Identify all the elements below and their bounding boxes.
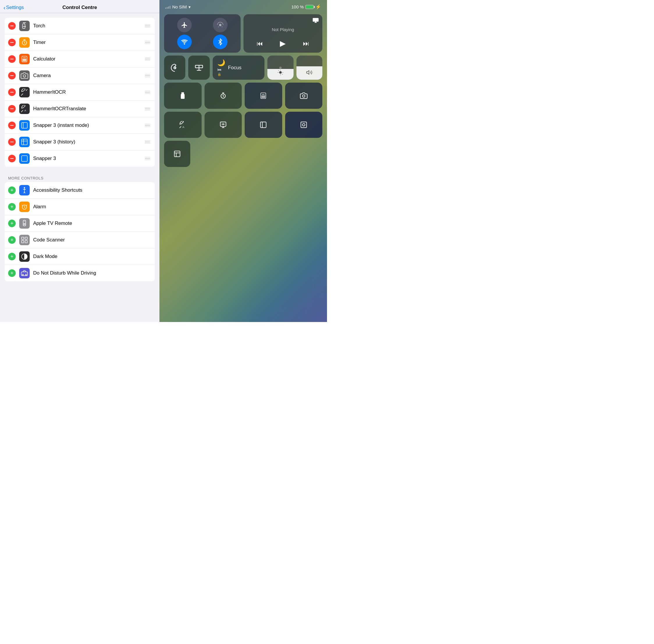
signal-bar-2 xyxy=(167,7,167,9)
hammerocr-icon xyxy=(19,87,30,97)
list-item: HammerItOCR xyxy=(5,84,155,101)
appletv-label: Apple TV Remote xyxy=(33,221,151,226)
now-playing-label: Not Playing xyxy=(248,24,318,36)
remove-hammerocr-button[interactable] xyxy=(8,88,16,96)
drag-handle[interactable] xyxy=(144,156,151,161)
svg-rect-16 xyxy=(22,139,27,145)
back-button[interactable]: ‹ Settings xyxy=(3,4,24,11)
svg-point-55 xyxy=(262,97,263,97)
remove-torch-button[interactable] xyxy=(8,22,16,30)
next-track-button[interactable]: ⏭ xyxy=(300,39,312,49)
add-alarm-button[interactable] xyxy=(8,203,16,211)
more-controls-header: MORE CONTROLS xyxy=(0,174,159,182)
airplay-icon[interactable] xyxy=(313,17,319,25)
hammerocr-cc-tile[interactable]: A xyxy=(164,112,202,138)
svg-point-32 xyxy=(219,24,221,26)
previous-track-button[interactable]: ⏮ xyxy=(254,39,266,49)
snapper-history-cc-tile[interactable] xyxy=(164,141,190,167)
remove-snapper-history-button[interactable] xyxy=(8,138,16,146)
snapper-history-label: Snapper 3 (history) xyxy=(33,139,144,145)
svg-text:A: A xyxy=(24,109,26,112)
calculator-cc-tile[interactable] xyxy=(245,83,282,109)
drag-handle[interactable] xyxy=(144,73,151,78)
focus-label: Focus xyxy=(228,65,242,71)
drag-handle[interactable] xyxy=(144,123,151,128)
remove-snapper-instant-button[interactable] xyxy=(8,121,16,129)
appletv-icon xyxy=(19,218,30,229)
focus-tile[interactable]: 🌙 🛏 🔒 Focus xyxy=(213,55,265,80)
add-accessibility-button[interactable] xyxy=(8,186,16,194)
drag-handle[interactable] xyxy=(144,56,151,62)
list-item: Alarm xyxy=(5,199,155,215)
add-codescanner-button[interactable] xyxy=(8,236,16,244)
svg-rect-36 xyxy=(195,65,199,68)
list-item: Calculator xyxy=(5,51,155,68)
calculator-icon xyxy=(19,54,30,64)
torch-cc-tile[interactable] xyxy=(164,83,202,109)
svg-point-7 xyxy=(25,59,26,60)
settings-header: ‹ Settings Control Centre xyxy=(0,0,159,13)
airplane-mode-toggle[interactable] xyxy=(177,18,192,32)
camera-cc-tile[interactable] xyxy=(285,83,323,109)
now-playing-block[interactable]: Not Playing ⏮ ▶ ⏭ xyxy=(244,14,322,53)
wifi-status-icon: ▾ xyxy=(188,5,190,9)
cc-row-2: 🌙 🛏 🔒 Focus xyxy=(164,55,322,80)
drag-handle[interactable] xyxy=(144,23,151,29)
svg-point-54 xyxy=(265,96,265,96)
screen-mirror-tile[interactable] xyxy=(188,55,209,80)
remove-snapper-button[interactable] xyxy=(8,155,16,162)
screen-rotation-lock-tile[interactable] xyxy=(164,55,185,80)
camera-label: Camera xyxy=(33,73,144,78)
remove-timer-button[interactable] xyxy=(8,39,16,46)
drag-handle[interactable] xyxy=(144,40,151,45)
svg-point-33 xyxy=(184,44,185,44)
remove-calculator-button[interactable] xyxy=(8,55,16,63)
add-darkmode-button[interactable] xyxy=(8,253,16,260)
svg-rect-67 xyxy=(174,151,180,157)
status-bar: No SIM ▾ 100 % ⚡ xyxy=(159,0,327,12)
battery-fill xyxy=(306,5,313,8)
snapper-label: Snapper 3 xyxy=(33,156,144,161)
volume-slider[interactable] xyxy=(296,55,322,80)
svg-point-40 xyxy=(279,71,281,73)
cc-row-5 xyxy=(164,141,322,167)
svg-rect-37 xyxy=(199,65,203,68)
svg-rect-27 xyxy=(22,240,24,243)
svg-point-8 xyxy=(23,60,24,61)
list-item: A HammerItOCRTranslate xyxy=(5,101,155,117)
drag-handle[interactable] xyxy=(144,106,151,112)
alarm-label: Alarm xyxy=(33,204,151,210)
cc-grid: Not Playing ⏮ ▶ ⏭ xyxy=(159,12,327,322)
list-item: Apple TV Remote xyxy=(5,215,155,232)
svg-rect-14 xyxy=(22,122,27,128)
drag-handle[interactable] xyxy=(144,90,151,95)
timer-cc-tile[interactable] xyxy=(204,83,242,109)
drag-handle[interactable] xyxy=(144,139,151,145)
play-pause-button[interactable]: ▶ xyxy=(277,38,289,49)
svg-rect-65 xyxy=(301,122,307,128)
list-item: Snapper 3 xyxy=(5,151,155,167)
remove-hammerocrtr-button[interactable] xyxy=(8,105,16,113)
wifi-toggle[interactable] xyxy=(177,34,192,49)
svg-line-43 xyxy=(278,70,279,71)
snapper-cc-tile[interactable] xyxy=(285,112,323,138)
alarm-icon xyxy=(19,202,30,212)
signal-bar-4 xyxy=(170,6,171,9)
remove-camera-button[interactable] xyxy=(8,72,16,79)
cc-row-4: A xyxy=(164,112,322,138)
list-item: Code Scanner xyxy=(5,232,155,248)
hammerocrtr-cc-tile[interactable] xyxy=(204,112,242,138)
brightness-slider[interactable] xyxy=(267,55,293,80)
battery-percent-label: 100 % xyxy=(291,4,304,9)
bluetooth-toggle[interactable] xyxy=(213,34,227,49)
add-dnd-button[interactable] xyxy=(8,269,16,277)
torch-icon xyxy=(19,21,30,31)
add-appletv-button[interactable] xyxy=(8,220,16,227)
snapper-instant-label: Snapper 3 (instant mode) xyxy=(33,122,144,128)
list-item: Accessibility Shortcuts xyxy=(5,182,155,199)
list-item: Snapper 3 (instant mode) xyxy=(5,117,155,134)
back-chevron-icon: ‹ xyxy=(3,4,5,11)
snapper-instant-cc-tile[interactable] xyxy=(245,112,282,138)
cellular-toggle[interactable] xyxy=(213,18,227,32)
svg-marker-47 xyxy=(307,71,309,74)
